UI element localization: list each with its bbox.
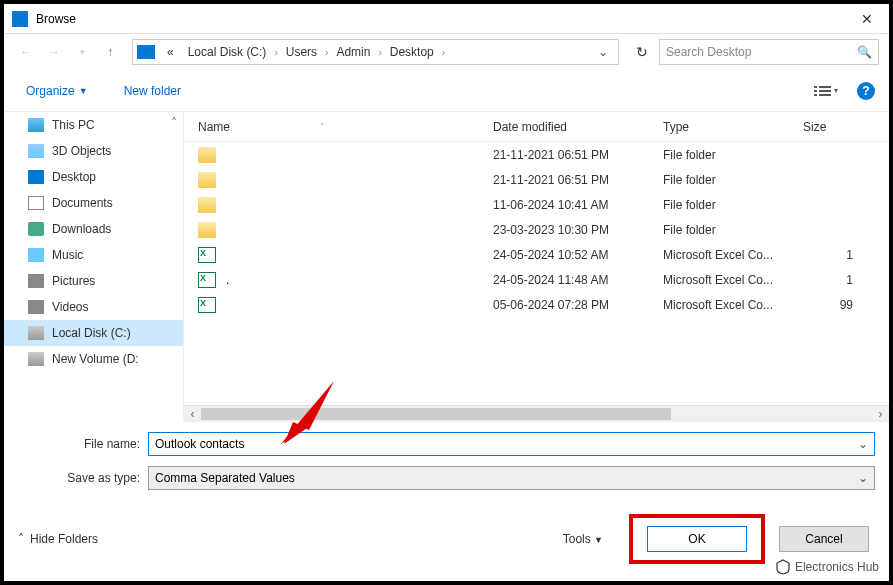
tree-label: This PC <box>52 118 95 132</box>
file-row[interactable]: 21-11-2021 06:51 PMFile folder <box>184 167 889 192</box>
file-type: Microsoft Excel Co... <box>663 298 803 312</box>
folder-icon <box>198 147 216 163</box>
tree-label: Downloads <box>52 222 111 236</box>
col-size[interactable]: Size <box>803 120 853 134</box>
filename-input[interactable]: Outlook contacts ⌄ <box>148 432 875 456</box>
file-type: File folder <box>663 173 803 187</box>
tree-item[interactable]: Documents <box>4 190 183 216</box>
save-form: File name: Outlook contacts ⌄ Save as ty… <box>4 422 889 504</box>
up-button[interactable]: ↑ <box>98 40 122 64</box>
down-icon <box>28 222 44 236</box>
new-folder-button[interactable]: New folder <box>116 80 189 102</box>
saveas-type-select[interactable]: Comma Separated Values ⌄ <box>148 466 875 490</box>
excel-icon <box>198 247 216 263</box>
forward-button[interactable]: → <box>42 40 66 64</box>
tree-label: 3D Objects <box>52 144 111 158</box>
tree-item[interactable]: Desktop <box>4 164 183 190</box>
tools-button[interactable]: Tools ▼ <box>551 532 615 546</box>
file-row[interactable]: .24-05-2024 11:48 AMMicrosoft Excel Co..… <box>184 267 889 292</box>
close-button[interactable]: ✕ <box>844 4 889 34</box>
file-date: 24-05-2024 10:52 AM <box>493 248 663 262</box>
recent-dropdown[interactable]: ▾ <box>70 40 94 64</box>
saveas-value: Comma Separated Values <box>155 471 858 485</box>
file-list: Name˄ Date modified Type Size 21-11-2021… <box>184 112 889 422</box>
tree-item[interactable]: Videos <box>4 294 183 320</box>
tree-item[interactable]: Pictures <box>4 268 183 294</box>
col-name[interactable]: Name <box>198 120 230 134</box>
filename-value: Outlook contacts <box>155 437 858 451</box>
file-row[interactable]: 23-03-2023 10:30 PMFile folder <box>184 217 889 242</box>
svg-rect-3 <box>819 90 831 92</box>
annotation-highlight: OK <box>629 514 765 564</box>
file-row[interactable]: 24-05-2024 10:52 AMMicrosoft Excel Co...… <box>184 242 889 267</box>
doc-icon <box>28 196 44 210</box>
toolbar: Organize▼ New folder ? <box>4 70 889 112</box>
scroll-thumb[interactable] <box>201 408 671 420</box>
file-date: 05-06-2024 07:28 PM <box>493 298 663 312</box>
saveas-label: Save as type: <box>18 471 148 485</box>
breadcrumb-seg[interactable]: Local Disk (C:) <box>182 45 273 59</box>
tree-label: Pictures <box>52 274 95 288</box>
file-size: 99 <box>803 298 853 312</box>
tree-item[interactable]: Music <box>4 242 183 268</box>
breadcrumb-seg[interactable]: Admin <box>330 45 376 59</box>
chevron-down-icon[interactable]: ⌄ <box>858 471 868 485</box>
chevron-right-icon[interactable]: › <box>378 47 381 58</box>
breadcrumb-seg[interactable]: Desktop <box>384 45 440 59</box>
search-input[interactable]: Search Desktop 🔍 <box>659 39 879 65</box>
svg-rect-5 <box>819 94 831 96</box>
tree-item[interactable]: Local Disk (C:) <box>4 320 183 346</box>
breadcrumb-prefix[interactable]: « <box>161 45 180 59</box>
chevron-right-icon[interactable]: › <box>325 47 328 58</box>
back-button[interactable]: ← <box>14 40 38 64</box>
file-size: 1 <box>803 273 853 287</box>
cancel-button[interactable]: Cancel <box>779 526 869 552</box>
file-date: 21-11-2021 06:51 PM <box>493 148 663 162</box>
help-button[interactable]: ? <box>857 82 875 100</box>
search-icon[interactable]: 🔍 <box>857 45 872 59</box>
breadcrumb-seg[interactable]: Users <box>280 45 323 59</box>
address-dropdown[interactable]: ⌄ <box>592 45 614 59</box>
file-row[interactable]: 21-11-2021 06:51 PMFile folder <box>184 142 889 167</box>
hide-folders-button[interactable]: ˄ Hide Folders <box>18 532 98 546</box>
chevron-right-icon[interactable]: › <box>274 47 277 58</box>
view-options-button[interactable] <box>807 80 845 102</box>
scroll-left-icon[interactable]: ‹ <box>184 407 201 421</box>
col-type[interactable]: Type <box>663 120 803 134</box>
file-type: File folder <box>663 198 803 212</box>
disk-icon <box>28 352 44 366</box>
3d-icon <box>28 144 44 158</box>
tree-item[interactable]: This PC <box>4 112 183 138</box>
tree-label: Desktop <box>52 170 96 184</box>
file-date: 24-05-2024 11:48 AM <box>493 273 663 287</box>
refresh-button[interactable]: ↻ <box>629 39 655 65</box>
tree-label: Local Disk (C:) <box>52 326 131 340</box>
column-headers[interactable]: Name˄ Date modified Type Size <box>184 112 889 142</box>
dialog-footer: ˄ Hide Folders Tools ▼ OK Cancel <box>4 504 889 578</box>
folder-icon <box>198 172 216 188</box>
col-date[interactable]: Date modified <box>493 120 663 134</box>
file-type: File folder <box>663 148 803 162</box>
tree-item[interactable]: New Volume (D: <box>4 346 183 372</box>
tree-label: Videos <box>52 300 88 314</box>
file-row[interactable]: 11-06-2024 10:41 AMFile folder <box>184 192 889 217</box>
svg-rect-1 <box>819 86 831 88</box>
drive-icon <box>137 45 155 59</box>
file-row[interactable]: 05-06-2024 07:28 PMMicrosoft Excel Co...… <box>184 292 889 317</box>
chevron-down-icon[interactable]: ⌄ <box>858 437 868 451</box>
address-bar[interactable]: « Local Disk (C:) › Users › Admin › Desk… <box>132 39 619 65</box>
file-date: 11-06-2024 10:41 AM <box>493 198 663 212</box>
chevron-right-icon[interactable]: › <box>442 47 445 58</box>
chevron-up-icon: ˄ <box>18 532 24 546</box>
tree-item[interactable]: 3D Objects <box>4 138 183 164</box>
tree-item[interactable]: Downloads <box>4 216 183 242</box>
music-icon <box>28 248 44 262</box>
file-size: 1 <box>803 248 853 262</box>
filename-label: File name: <box>18 437 148 451</box>
tree-scroll-up[interactable]: ˄ <box>171 116 181 130</box>
organize-button[interactable]: Organize▼ <box>18 80 96 102</box>
scroll-right-icon[interactable]: › <box>872 407 889 421</box>
scroll-track[interactable] <box>201 406 872 422</box>
ok-button[interactable]: OK <box>647 526 747 552</box>
horizontal-scrollbar[interactable]: ‹ › <box>184 405 889 422</box>
